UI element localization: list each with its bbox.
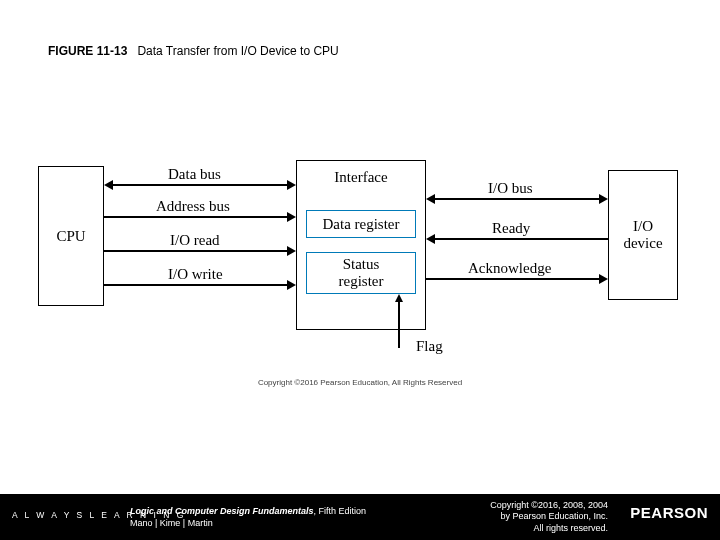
ready-line — [435, 238, 608, 240]
diagram: CPU Interface Data register Status regis… — [38, 160, 682, 360]
data-bus-label: Data bus — [168, 166, 221, 183]
arrow-right-icon — [599, 274, 608, 284]
io-device-label: I/O device — [623, 218, 662, 252]
io-device-block: I/O device — [608, 170, 678, 300]
arrow-right-icon — [287, 246, 296, 256]
figure-number: FIGURE 11-13 — [48, 44, 127, 58]
arrow-left-icon — [426, 194, 435, 204]
ack-label: Acknowledge — [468, 260, 551, 277]
io-bus-line — [435, 198, 599, 200]
cpu-block: CPU — [38, 166, 104, 306]
figure-title: Data Transfer from I/O Device to CPU — [137, 44, 338, 58]
data-bus-line — [113, 184, 287, 186]
io-read-line — [104, 250, 287, 252]
arrow-right-icon — [599, 194, 608, 204]
arrow-left-icon — [426, 234, 435, 244]
io-read-label: I/O read — [170, 232, 220, 249]
address-bus-line — [104, 216, 287, 218]
address-bus-label: Address bus — [156, 198, 230, 215]
ready-label: Ready — [492, 220, 530, 237]
io-write-label: I/O write — [168, 266, 223, 283]
figure-caption: FIGURE 11-13 Data Transfer from I/O Devi… — [48, 44, 339, 58]
data-register-label: Data register — [322, 216, 399, 233]
io-write-line — [104, 284, 287, 286]
arrow-left-icon — [104, 180, 113, 190]
footer: A L W A Y S L E A R N I N G Logic and Co… — [0, 494, 720, 540]
ack-line — [426, 278, 599, 280]
data-register-block: Data register — [306, 210, 416, 238]
status-register-label: Status register — [339, 256, 384, 290]
interface-block: Interface — [296, 160, 426, 330]
pearson-logo: PEARSON — [630, 504, 708, 521]
book-title: Logic and Computer Design Fundamentals — [130, 506, 314, 516]
io-bus-label: I/O bus — [488, 180, 533, 197]
copyright-footer: Copyright ©2016, 2008, 2004 by Pearson E… — [490, 500, 608, 534]
arrow-right-icon — [287, 180, 296, 190]
arrow-up-icon — [395, 294, 403, 302]
status-register-block: Status register — [306, 252, 416, 294]
flag-label: Flag — [416, 338, 443, 355]
flag-line — [398, 302, 400, 348]
inline-copyright: Copyright ©2016 Pearson Education, All R… — [0, 378, 720, 387]
interface-label: Interface — [334, 169, 387, 186]
book-edition: , Fifth Edition — [314, 506, 367, 516]
book-info: Logic and Computer Design Fundamentals, … — [130, 506, 366, 529]
book-authors: Mano | Kime | Martin — [130, 518, 213, 528]
arrow-right-icon — [287, 212, 296, 222]
arrow-right-icon — [287, 280, 296, 290]
cpu-label: CPU — [56, 228, 85, 245]
